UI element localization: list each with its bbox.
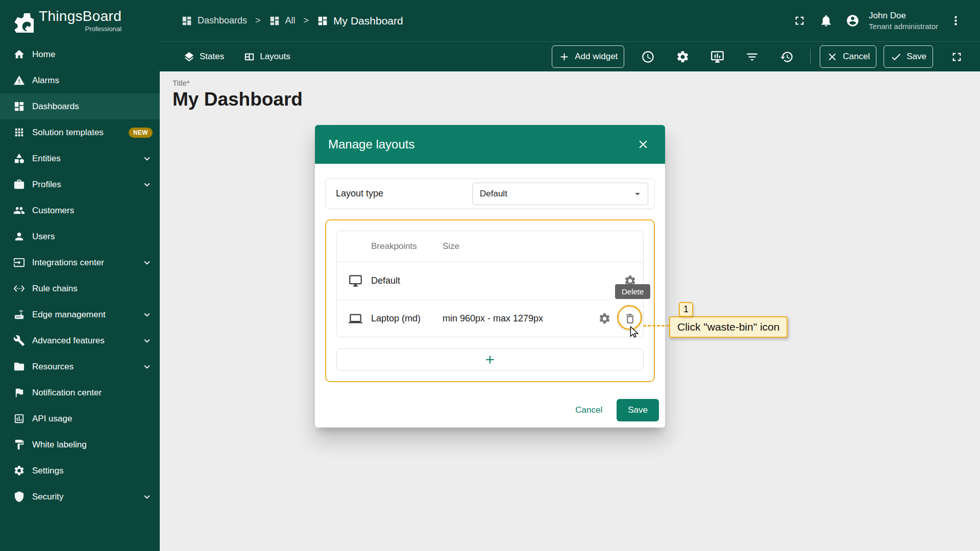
layouts-button[interactable]: Layouts (237, 45, 297, 68)
brand-name: ThingsBoard (39, 9, 121, 23)
edit-toolbar: States Layouts Add widget Cancel Save (160, 41, 980, 71)
sidebar-item-security[interactable]: Security (0, 484, 160, 510)
plus-icon (483, 353, 497, 366)
close-icon (636, 138, 650, 151)
versions-icon (780, 50, 794, 64)
sidebar-item-alarms[interactable]: Alarms (0, 67, 160, 93)
sidebar-item-solution-templates[interactable]: Solution templatesNEW (0, 119, 160, 145)
sidebar-item-entities[interactable]: Entities (0, 145, 160, 171)
fullscreen-button[interactable] (788, 10, 811, 32)
chevron-down-icon (141, 335, 153, 346)
annotation-step-number: 1 (679, 302, 693, 317)
toolbar-fullscreen-button[interactable] (945, 45, 968, 68)
more-vert-icon (949, 14, 963, 28)
layout-settings-button[interactable] (593, 307, 616, 330)
fullscreen-icon (793, 14, 806, 28)
integrations-center-icon (13, 257, 25, 268)
layout-type-row: Layout type Default (325, 178, 655, 209)
notifications-button[interactable] (815, 10, 837, 32)
title-field-label: Title* (173, 79, 980, 87)
gear-icon (676, 50, 690, 64)
breadcrumb-dashboards[interactable]: Dashboards (181, 15, 247, 27)
sidebar-nav: Home Alarms Dashboards Solution template… (0, 41, 160, 510)
dialog-close-button[interactable] (634, 136, 652, 153)
sidebar-item-profiles[interactable]: Profiles (0, 171, 160, 197)
filters-button[interactable] (741, 45, 763, 68)
dialog-header: Manage layouts (315, 125, 665, 164)
thingsboard-logo-icon (10, 9, 34, 33)
gear-icon (598, 312, 611, 325)
add-breakpoint-button[interactable] (336, 348, 644, 371)
breadcrumb: Dashboards > All > My Dashboard (181, 15, 788, 27)
sidebar-item-white-labeling[interactable]: White labeling (0, 432, 160, 458)
sidebar-item-rule-chains[interactable]: Rule chains (0, 276, 160, 302)
chevron-down-icon (141, 361, 153, 372)
breadcrumb-my-dashboard[interactable]: My Dashboard (317, 15, 403, 27)
sidebar-item-customers[interactable]: Customers (0, 197, 160, 223)
account-icon (846, 14, 860, 28)
breadcrumb-separator: > (304, 15, 309, 26)
cancel-edit-button[interactable]: Cancel (820, 45, 876, 68)
sidebar-item-edge-management[interactable]: Edge management (0, 302, 160, 328)
add-widget-button[interactable]: Add widget (552, 45, 624, 68)
more-menu-button[interactable] (944, 10, 967, 32)
column-size: Size (443, 241, 587, 252)
home-icon (13, 48, 25, 60)
close-icon (826, 51, 838, 63)
dashboard-icon (269, 15, 280, 27)
top-header: Dashboards > All > My Dashboard John (160, 0, 980, 41)
table-row-laptop-md: Laptop (md) min 960px - max 1279px (337, 299, 643, 337)
states-button[interactable]: States (177, 45, 230, 68)
states-icon (183, 51, 195, 63)
dialog-title: Manage layouts (328, 137, 634, 152)
breakpoints-table: Breakpoints Size Default Laptop (md) min… (336, 231, 644, 337)
sidebar: ThingsBoard Professional Home Alarms Das… (0, 0, 160, 551)
dashboard-icon (317, 15, 328, 27)
sidebar-item-users[interactable]: Users (0, 223, 160, 249)
manage-layouts-dialog: Manage layouts Layout type Default Break… (315, 125, 665, 428)
laptop-icon (349, 312, 362, 325)
versions-button[interactable] (775, 45, 798, 68)
users-icon (13, 231, 25, 242)
sidebar-item-api-usage[interactable]: API usage (0, 406, 160, 432)
solution-templates-icon (13, 127, 25, 138)
dashboard-states-icon (710, 50, 724, 64)
sidebar-item-notification-center[interactable]: Notification center (0, 380, 160, 406)
chevron-down-icon (141, 179, 153, 190)
advanced-features-icon (13, 335, 25, 346)
sidebar-item-settings[interactable]: Settings (0, 458, 160, 484)
table-row-default: Default (337, 262, 643, 299)
dashboard-states-button[interactable] (706, 45, 728, 68)
breakpoints-table-header: Breakpoints Size (337, 231, 643, 262)
dashboard-title-input[interactable]: My Dashboard (173, 89, 980, 110)
rule-chains-icon (13, 283, 25, 294)
dialog-cancel-button[interactable]: Cancel (566, 399, 611, 421)
sidebar-item-home[interactable]: Home (0, 41, 160, 67)
thingsboard-logo[interactable]: ThingsBoard Professional (0, 0, 160, 41)
dialog-body: Layout type Default Breakpoints Size Def… (315, 164, 665, 382)
new-badge: NEW (129, 128, 153, 138)
annotation-dashed-connector (643, 325, 669, 327)
breadcrumb-all[interactable]: All (269, 15, 296, 27)
layout-type-select[interactable]: Default (472, 183, 648, 205)
time-window-button[interactable] (636, 45, 659, 68)
toolbar-divider (810, 49, 811, 64)
entities-icon (13, 153, 25, 164)
sidebar-item-dashboards[interactable]: Dashboards (0, 93, 160, 119)
delete-tooltip: Delete (615, 284, 650, 299)
dialog-save-button[interactable]: Save (617, 399, 659, 421)
dashboard-settings-button[interactable] (671, 45, 694, 68)
sidebar-item-advanced-features[interactable]: Advanced features (0, 328, 160, 354)
save-edit-button[interactable]: Save (884, 45, 933, 68)
sidebar-item-integrations-center[interactable]: Integrations center (0, 249, 160, 276)
chevron-down-icon (141, 153, 153, 164)
annotation-callout: Click "waste-bin" icon (669, 316, 788, 338)
dropdown-arrow-icon (631, 188, 644, 200)
plus-icon (558, 51, 570, 63)
desktop-icon (349, 274, 362, 288)
user-avatar[interactable] (841, 10, 864, 32)
user-info[interactable]: John Doe Tenant administrator (869, 10, 938, 32)
dashboards-icon (13, 101, 25, 112)
sidebar-item-resources[interactable]: Resources (0, 354, 160, 380)
user-role: Tenant administrator (869, 21, 938, 32)
